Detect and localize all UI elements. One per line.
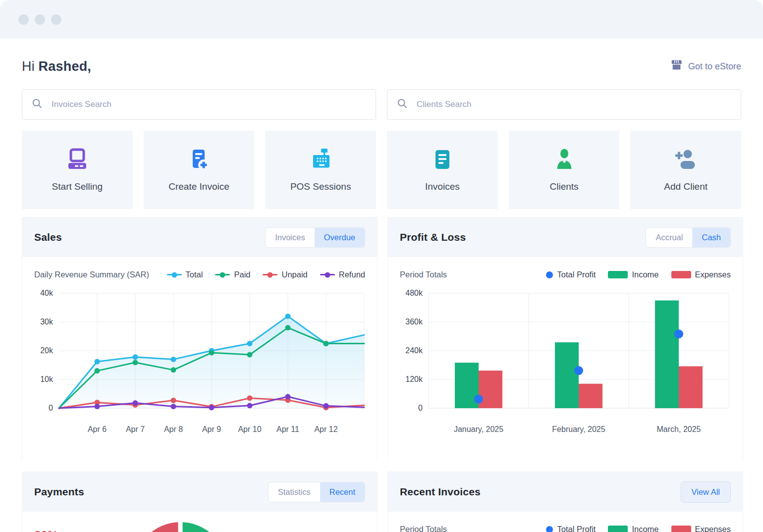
recent-invoices-card-body: Period Totals Total ProfitIncomeExpenses	[388, 512, 743, 532]
clients-tile[interactable]: Clients	[509, 131, 620, 209]
sales-toggle-overdue[interactable]: Overdue	[315, 228, 365, 247]
recent-invoices-card-header: Recent Invoices View All	[388, 472, 743, 512]
app-window: Hi Rashed, Got to eStore	[0, 0, 763, 532]
profit-loss-card-header: Profit & Loss Accrual Cash	[388, 217, 743, 257]
search-icon	[31, 98, 43, 111]
create-invoice-tile[interactable]: Create Invoice	[144, 131, 255, 209]
svg-text:Apr 7: Apr 7	[126, 425, 145, 433]
window-control-dot[interactable]	[35, 14, 45, 25]
recent-invoices-title: Recent Invoices	[400, 486, 481, 498]
legend-item[interactable]: Expenses	[671, 270, 731, 279]
person-plus-icon	[674, 148, 698, 173]
svg-text:120k: 120k	[405, 375, 423, 383]
user-name: Rashed,	[39, 59, 91, 74]
clients-search-input[interactable]	[417, 100, 732, 109]
svg-text:Apr 8: Apr 8	[164, 425, 183, 433]
legend-label: Paid	[234, 270, 250, 279]
svg-text:Apr 6: Apr 6	[88, 425, 107, 433]
storefront-icon	[670, 58, 683, 74]
cash-register-icon	[309, 148, 332, 173]
pos-computer-icon	[65, 148, 89, 173]
legend-marker	[263, 274, 277, 275]
legend-label: Refund	[339, 270, 365, 279]
add-client-tile[interactable]: Add Client	[630, 131, 741, 209]
svg-text:30k: 30k	[40, 318, 54, 326]
payments-card-header: Payments Statistics Recent	[22, 472, 377, 512]
sales-toggle-invoices[interactable]: Invoices	[266, 228, 315, 247]
legend-label: Total	[186, 270, 203, 279]
svg-text:February, 2025: February, 2025	[552, 425, 605, 433]
payments-toggle: Statistics Recent	[268, 482, 365, 502]
recent-invoices-card: Recent Invoices View All Period Totals T…	[387, 472, 743, 532]
invoices-search-input[interactable]	[52, 100, 367, 109]
sales-chart-subtitle: Daily Revenue Summary (SAR)	[34, 270, 149, 279]
payments-toggle-recent[interactable]: Recent	[320, 482, 365, 502]
person-icon	[552, 148, 576, 173]
tile-label: Create Invoice	[168, 181, 229, 192]
svg-text:480k: 480k	[405, 289, 423, 297]
pnl-legend: Total ProfitIncomeExpenses	[546, 270, 731, 279]
legend-marker	[608, 526, 628, 532]
invoices-search-box	[22, 89, 376, 120]
svg-text:Apr 11: Apr 11	[276, 425, 299, 433]
view-all-button[interactable]: View All	[681, 481, 731, 503]
tile-label: Invoices	[425, 181, 460, 192]
profit-loss-card: Profit & Loss Accrual Cash Period Totals…	[387, 217, 743, 462]
svg-text:20k: 20k	[40, 346, 54, 355]
legend-marker	[546, 271, 553, 278]
legend-item[interactable]: Paid	[215, 270, 250, 279]
legend-item[interactable]: Income	[608, 270, 658, 279]
sales-legend: TotalPaidUnpaidRefund	[167, 270, 365, 279]
pos-sessions-tile[interactable]: POS Sessions	[265, 131, 376, 209]
legend-marker	[215, 274, 230, 275]
recent-invoices-legend: Total ProfitIncomeExpenses	[546, 525, 731, 532]
sales-card-header: Sales Invoices Overdue	[22, 217, 377, 257]
legend-item[interactable]: Total	[167, 270, 203, 279]
tile-label: POS Sessions	[290, 181, 351, 192]
sales-title: Sales	[34, 231, 62, 243]
svg-text:0: 0	[49, 404, 53, 412]
svg-text:240k: 240k	[405, 346, 423, 355]
window-control-dot[interactable]	[18, 14, 29, 25]
legend-label: Income	[632, 525, 658, 532]
sales-line-chart: 010k20k30k40kApr 6Apr 7Apr 8Apr 9Apr 10A…	[34, 285, 365, 446]
invoice-plus-icon	[187, 148, 211, 173]
svg-text:Apr 10: Apr 10	[238, 425, 261, 433]
legend-label: Total Profit	[557, 525, 596, 532]
payments-toggle-statistics[interactable]: Statistics	[269, 482, 320, 502]
legend-item[interactable]: Refund	[320, 270, 365, 279]
legend-marker	[320, 274, 335, 275]
pie-slice-gap	[178, 521, 183, 532]
profit-loss-toggle: Accrual Cash	[646, 227, 731, 248]
legend-marker	[608, 271, 628, 278]
svg-text:March, 2025: March, 2025	[657, 425, 701, 433]
start-selling-tile[interactable]: Start Selling	[22, 131, 133, 209]
window-titlebar	[0, 0, 763, 39]
svg-text:Apr 9: Apr 9	[202, 425, 221, 433]
legend-marker	[671, 271, 691, 278]
pnl-toggle-cash[interactable]: Cash	[692, 228, 730, 247]
legend-label: Expenses	[695, 270, 731, 279]
invoices-tile[interactable]: Invoices	[387, 131, 498, 209]
svg-text:360k: 360k	[405, 318, 423, 326]
pnl-chart-subtitle: Period Totals	[400, 270, 447, 279]
legend-item[interactable]: Total Profit	[546, 270, 596, 279]
pnl-toggle-accrual[interactable]: Accrual	[646, 228, 692, 247]
payments-card: Payments Statistics Recent 36%	[22, 472, 378, 532]
tile-label: Start Selling	[52, 181, 103, 192]
legend-item[interactable]: Unpaid	[263, 270, 307, 279]
legend-marker	[671, 526, 691, 532]
legend-item[interactable]: Expenses	[671, 525, 731, 532]
clients-search-box	[387, 89, 741, 120]
legend-item[interactable]: Income	[608, 525, 658, 532]
svg-text:10k: 10k	[40, 375, 54, 383]
legend-label: Income	[632, 270, 658, 279]
goto-estore-label: Got to eStore	[688, 61, 741, 72]
sales-card: Sales Invoices Overdue Daily Revenue Sum…	[22, 217, 378, 462]
page-greeting: Hi Rashed,	[22, 59, 91, 74]
tile-label: Add Client	[664, 181, 708, 192]
svg-text:0: 0	[418, 404, 423, 412]
window-control-dot[interactable]	[51, 14, 61, 25]
legend-item[interactable]: Total Profit	[546, 525, 596, 532]
goto-estore-link[interactable]: Got to eStore	[670, 58, 741, 74]
